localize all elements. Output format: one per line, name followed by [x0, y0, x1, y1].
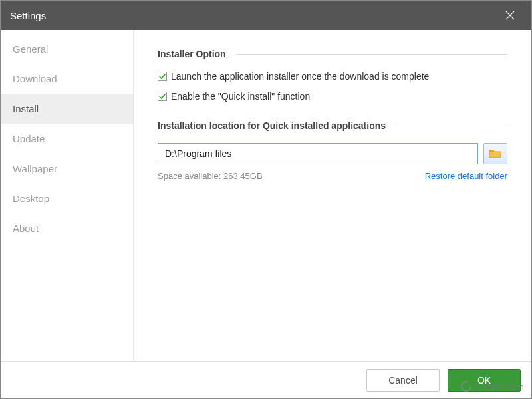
section-divider [237, 54, 507, 55]
footer: Cancel OK [1, 361, 531, 398]
install-path-row [158, 143, 507, 164]
space-available-label: Space avaliable: 263.45GB [158, 171, 263, 181]
titlebar: Settings [1, 1, 531, 30]
sidebar-item-install[interactable]: Install [1, 94, 133, 124]
sidebar-item-desktop[interactable]: Desktop [1, 184, 133, 213]
checkbox-input[interactable] [158, 92, 167, 101]
restore-default-link[interactable]: Restore default folder [425, 171, 507, 181]
sidebar-item-wallpaper[interactable]: Wallpaper [1, 154, 133, 184]
section-divider [396, 126, 507, 126]
content-panel: Installer Option Launch the application … [134, 30, 531, 361]
install-path-input[interactable] [158, 143, 478, 164]
sidebar-item-general[interactable]: General [1, 34, 133, 64]
folder-icon [489, 148, 502, 159]
section-title: Installer Option [158, 49, 226, 59]
sidebar: General Download Install Update Wallpape… [1, 30, 134, 361]
section-title: Installation location for Quick installe… [158, 120, 386, 131]
sidebar-item-download[interactable]: Download [1, 64, 133, 94]
checkbox-quick-install[interactable]: Enable the "Quick install" function [158, 91, 507, 102]
section-install-location: Installation location for Quick installe… [158, 120, 507, 131]
checkbox-label: Enable the "Quick install" function [171, 91, 310, 102]
window-title: Settings [10, 10, 46, 21]
close-button[interactable] [495, 1, 525, 30]
checkbox-label: Launch the application installer once th… [171, 71, 429, 82]
check-icon [158, 92, 166, 100]
checkbox-input[interactable] [158, 72, 167, 81]
sidebar-item-update[interactable]: Update [1, 124, 133, 154]
cancel-button[interactable]: Cancel [366, 369, 440, 392]
settings-window: Settings General Download Install Update… [0, 0, 532, 399]
browse-button[interactable] [483, 143, 507, 164]
sidebar-item-about[interactable]: About [1, 213, 133, 243]
install-meta-row: Space avaliable: 263.45GB Restore defaul… [158, 171, 507, 181]
close-icon [505, 11, 515, 20]
ok-button[interactable]: OK [448, 369, 521, 392]
section-installer-option: Installer Option [158, 49, 507, 59]
checkbox-launch-installer[interactable]: Launch the application installer once th… [158, 71, 507, 82]
body: General Download Install Update Wallpape… [1, 30, 531, 361]
check-icon [158, 72, 166, 80]
